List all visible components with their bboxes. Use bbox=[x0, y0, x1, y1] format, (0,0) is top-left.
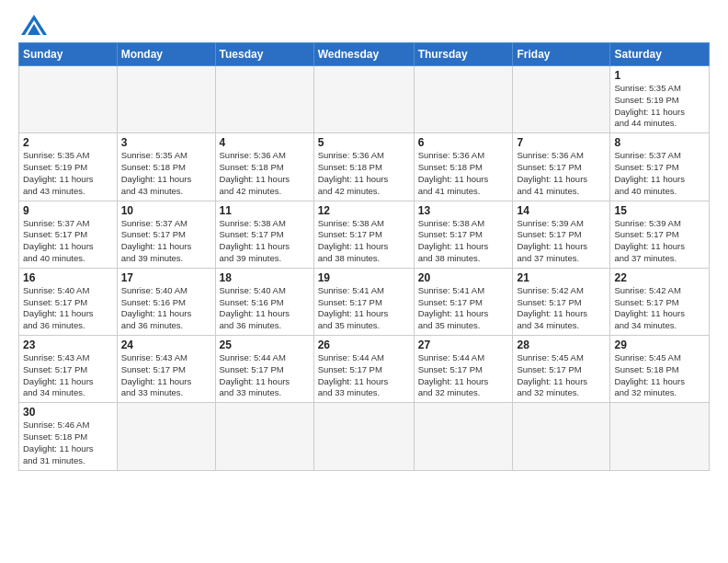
calendar-cell bbox=[313, 403, 414, 470]
day-info: Sunrise: 5:37 AM Sunset: 5:17 PM Dayligh… bbox=[121, 218, 211, 265]
day-info: Sunrise: 5:44 AM Sunset: 5:17 PM Dayligh… bbox=[318, 352, 410, 399]
calendar-cell: 24Sunrise: 5:43 AM Sunset: 5:17 PM Dayli… bbox=[117, 336, 215, 403]
day-number: 5 bbox=[318, 136, 410, 149]
calendar-cell: 14Sunrise: 5:39 AM Sunset: 5:17 PM Dayli… bbox=[513, 201, 610, 268]
day-info: Sunrise: 5:39 AM Sunset: 5:17 PM Dayligh… bbox=[517, 218, 606, 265]
calendar-cell bbox=[215, 403, 313, 470]
day-number: 24 bbox=[121, 339, 211, 351]
calendar-cell: 29Sunrise: 5:45 AM Sunset: 5:18 PM Dayli… bbox=[610, 336, 710, 403]
day-number: 3 bbox=[121, 136, 211, 149]
day-info: Sunrise: 5:39 AM Sunset: 5:17 PM Dayligh… bbox=[614, 218, 705, 265]
day-number: 26 bbox=[318, 339, 410, 351]
day-number: 25 bbox=[220, 339, 310, 351]
calendar-header-tuesday: Tuesday bbox=[215, 43, 313, 66]
calendar-cell: 20Sunrise: 5:41 AM Sunset: 5:17 PM Dayli… bbox=[414, 268, 513, 335]
calendar-cell bbox=[414, 403, 513, 470]
day-info: Sunrise: 5:36 AM Sunset: 5:17 PM Dayligh… bbox=[517, 150, 606, 197]
calendar-header-wednesday: Wednesday bbox=[313, 43, 414, 66]
day-number: 21 bbox=[517, 271, 606, 284]
calendar-cell: 10Sunrise: 5:37 AM Sunset: 5:17 PM Dayli… bbox=[117, 201, 215, 268]
day-number: 29 bbox=[614, 339, 705, 351]
calendar-cell bbox=[215, 66, 313, 133]
calendar-week-row: 2Sunrise: 5:35 AM Sunset: 5:19 PM Daylig… bbox=[19, 133, 710, 201]
day-info: Sunrise: 5:35 AM Sunset: 5:19 PM Dayligh… bbox=[23, 150, 113, 197]
calendar-cell: 4Sunrise: 5:36 AM Sunset: 5:18 PM Daylig… bbox=[215, 133, 313, 201]
day-number: 6 bbox=[418, 136, 509, 149]
day-number: 11 bbox=[220, 204, 310, 217]
day-number: 22 bbox=[614, 271, 705, 284]
calendar-table: SundayMondayTuesdayWednesdayThursdayFrid… bbox=[18, 42, 710, 471]
calendar-cell: 9Sunrise: 5:37 AM Sunset: 5:17 PM Daylig… bbox=[19, 201, 118, 268]
calendar-cell: 28Sunrise: 5:45 AM Sunset: 5:17 PM Dayli… bbox=[513, 336, 610, 403]
calendar-cell bbox=[313, 66, 414, 133]
calendar-cell: 18Sunrise: 5:40 AM Sunset: 5:16 PM Dayli… bbox=[215, 268, 313, 335]
day-info: Sunrise: 5:42 AM Sunset: 5:17 PM Dayligh… bbox=[517, 285, 606, 332]
day-info: Sunrise: 5:35 AM Sunset: 5:19 PM Dayligh… bbox=[614, 83, 705, 130]
calendar-week-row: 16Sunrise: 5:40 AM Sunset: 5:17 PM Dayli… bbox=[19, 268, 710, 335]
day-info: Sunrise: 5:46 AM Sunset: 5:18 PM Dayligh… bbox=[23, 419, 113, 466]
day-info: Sunrise: 5:45 AM Sunset: 5:17 PM Dayligh… bbox=[517, 352, 606, 399]
calendar-week-row: 9Sunrise: 5:37 AM Sunset: 5:17 PM Daylig… bbox=[19, 201, 710, 268]
calendar-cell: 8Sunrise: 5:37 AM Sunset: 5:17 PM Daylig… bbox=[610, 133, 710, 201]
day-info: Sunrise: 5:44 AM Sunset: 5:17 PM Dayligh… bbox=[418, 352, 509, 399]
day-number: 16 bbox=[23, 271, 113, 284]
day-number: 10 bbox=[121, 204, 211, 217]
calendar-cell: 26Sunrise: 5:44 AM Sunset: 5:17 PM Dayli… bbox=[313, 336, 414, 403]
calendar-cell bbox=[610, 403, 710, 470]
day-number: 18 bbox=[220, 271, 310, 284]
calendar-cell bbox=[117, 66, 215, 133]
calendar-cell: 30Sunrise: 5:46 AM Sunset: 5:18 PM Dayli… bbox=[19, 403, 118, 470]
day-info: Sunrise: 5:38 AM Sunset: 5:17 PM Dayligh… bbox=[220, 218, 310, 265]
calendar-cell: 3Sunrise: 5:35 AM Sunset: 5:18 PM Daylig… bbox=[117, 133, 215, 201]
calendar-header-row: SundayMondayTuesdayWednesdayThursdayFrid… bbox=[19, 43, 710, 66]
calendar-cell: 5Sunrise: 5:36 AM Sunset: 5:18 PM Daylig… bbox=[313, 133, 414, 201]
calendar-cell: 25Sunrise: 5:44 AM Sunset: 5:17 PM Dayli… bbox=[215, 336, 313, 403]
calendar-cell: 7Sunrise: 5:36 AM Sunset: 5:17 PM Daylig… bbox=[513, 133, 610, 201]
calendar-cell: 23Sunrise: 5:43 AM Sunset: 5:17 PM Dayli… bbox=[19, 336, 118, 403]
day-info: Sunrise: 5:36 AM Sunset: 5:18 PM Dayligh… bbox=[318, 150, 410, 197]
calendar-cell bbox=[19, 66, 118, 133]
day-number: 17 bbox=[121, 271, 211, 284]
day-number: 28 bbox=[517, 339, 606, 351]
calendar-cell: 17Sunrise: 5:40 AM Sunset: 5:16 PM Dayli… bbox=[117, 268, 215, 335]
day-number: 27 bbox=[418, 339, 509, 351]
day-info: Sunrise: 5:36 AM Sunset: 5:18 PM Dayligh… bbox=[220, 150, 310, 197]
day-number: 14 bbox=[517, 204, 606, 217]
calendar-header-thursday: Thursday bbox=[414, 43, 513, 66]
day-info: Sunrise: 5:43 AM Sunset: 5:17 PM Dayligh… bbox=[121, 352, 211, 399]
calendar-header-monday: Monday bbox=[117, 43, 215, 66]
day-number: 12 bbox=[318, 204, 410, 217]
day-info: Sunrise: 5:41 AM Sunset: 5:17 PM Dayligh… bbox=[318, 285, 410, 332]
logo-icon bbox=[21, 15, 47, 35]
header bbox=[18, 15, 710, 35]
calendar-cell: 22Sunrise: 5:42 AM Sunset: 5:17 PM Dayli… bbox=[610, 268, 710, 335]
calendar-cell bbox=[513, 66, 610, 133]
page: SundayMondayTuesdayWednesdayThursdayFrid… bbox=[0, 0, 728, 563]
calendar-cell: 27Sunrise: 5:44 AM Sunset: 5:17 PM Dayli… bbox=[414, 336, 513, 403]
calendar-cell: 16Sunrise: 5:40 AM Sunset: 5:17 PM Dayli… bbox=[19, 268, 118, 335]
calendar-header-sunday: Sunday bbox=[19, 43, 118, 66]
day-info: Sunrise: 5:36 AM Sunset: 5:18 PM Dayligh… bbox=[418, 150, 509, 197]
day-number: 15 bbox=[614, 204, 705, 217]
day-number: 20 bbox=[418, 271, 509, 284]
calendar-cell: 12Sunrise: 5:38 AM Sunset: 5:17 PM Dayli… bbox=[313, 201, 414, 268]
day-number: 23 bbox=[23, 339, 113, 351]
calendar-cell: 11Sunrise: 5:38 AM Sunset: 5:17 PM Dayli… bbox=[215, 201, 313, 268]
calendar-week-row: 30Sunrise: 5:46 AM Sunset: 5:18 PM Dayli… bbox=[19, 403, 710, 470]
calendar-cell: 6Sunrise: 5:36 AM Sunset: 5:18 PM Daylig… bbox=[414, 133, 513, 201]
calendar-cell: 1Sunrise: 5:35 AM Sunset: 5:19 PM Daylig… bbox=[610, 66, 710, 133]
calendar-cell bbox=[414, 66, 513, 133]
day-info: Sunrise: 5:38 AM Sunset: 5:17 PM Dayligh… bbox=[418, 218, 509, 265]
day-info: Sunrise: 5:45 AM Sunset: 5:18 PM Dayligh… bbox=[614, 352, 705, 399]
calendar-week-row: 1Sunrise: 5:35 AM Sunset: 5:19 PM Daylig… bbox=[19, 66, 710, 133]
calendar-cell: 2Sunrise: 5:35 AM Sunset: 5:19 PM Daylig… bbox=[19, 133, 118, 201]
day-number: 19 bbox=[318, 271, 410, 284]
day-info: Sunrise: 5:44 AM Sunset: 5:17 PM Dayligh… bbox=[220, 352, 310, 399]
day-number: 2 bbox=[23, 136, 113, 149]
day-info: Sunrise: 5:40 AM Sunset: 5:16 PM Dayligh… bbox=[220, 285, 310, 332]
logo bbox=[18, 15, 47, 35]
calendar-header-friday: Friday bbox=[513, 43, 610, 66]
calendar-cell: 15Sunrise: 5:39 AM Sunset: 5:17 PM Dayli… bbox=[610, 201, 710, 268]
day-number: 13 bbox=[418, 204, 509, 217]
day-info: Sunrise: 5:40 AM Sunset: 5:17 PM Dayligh… bbox=[23, 285, 113, 332]
